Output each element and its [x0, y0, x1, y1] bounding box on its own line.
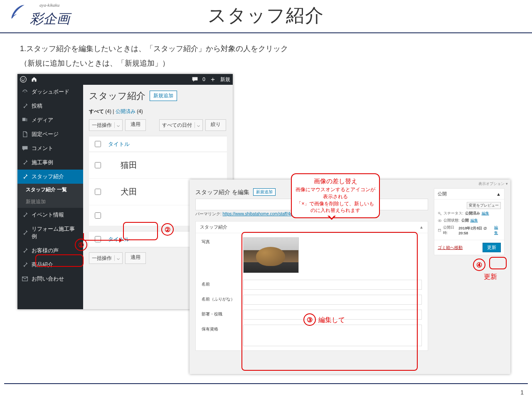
filter-all-count: (4): [105, 108, 111, 114]
publish-box: 公開 ▲ 変更をプレビュー ステータス: 公開済み 編集 公開状態: 公開: [434, 188, 505, 255]
instruction-line-1: 1.スタッフ紹介を編集したいときは、「スタッフ紹介」から対象の人をクリック: [20, 44, 288, 54]
annotation-update-label: 更新: [484, 273, 497, 281]
sidebar-item-dashboard[interactable]: ダッシュボード: [17, 85, 83, 99]
edit-date-link[interactable]: 編集: [494, 225, 501, 236]
footer-divider: [4, 383, 528, 384]
apply-button[interactable]: 適用: [125, 252, 146, 264]
field-label-furigana: 名前（ふりがな）: [202, 295, 243, 302]
feather-logo-icon: [8, 2, 27, 22]
narrow-button[interactable]: 絞り: [205, 119, 226, 131]
pin-icon: [22, 212, 28, 218]
instruction-line-2: （新規に追加したいときは、「新規追加」）: [20, 58, 170, 68]
gauge-icon: [22, 89, 28, 95]
wp-admin-bar: 0 ＋ 新規: [17, 74, 233, 85]
select-all-checkbox[interactable]: [95, 236, 101, 242]
sidebar-sub-staff-list[interactable]: スタッフ紹介 一覧: [17, 184, 83, 196]
row-checkbox[interactable]: [95, 189, 101, 195]
chevron-down-icon: ⌵: [195, 122, 200, 128]
home-icon[interactable]: [31, 76, 37, 83]
svg-point-3: [439, 220, 441, 221]
permalink-url[interactable]: https://www.shibatahome.com/staff/4u/a/: [223, 212, 297, 216]
page-number: 1: [520, 389, 524, 396]
sidebar-label: お問い合わせ: [32, 275, 64, 283]
add-new-button[interactable]: 新規追加: [150, 91, 177, 101]
svg-rect-4: [438, 229, 441, 232]
annotation-edit-label: 編集して: [318, 316, 345, 325]
preview-button[interactable]: 変更をプレビュー: [467, 202, 501, 209]
permalink-label: パーマリンク:: [195, 212, 222, 216]
wp-sidebar: ダッシュボード 投稿 メディア 固定ページ コメント 施工事例 スタッフ紹介 ス…: [17, 85, 83, 309]
sidebar-label: ダッシュボード: [32, 88, 69, 96]
filter-all[interactable]: すべて: [89, 108, 104, 114]
field-label-dept: 部署・役職: [202, 310, 243, 317]
wordpress-logo-icon[interactable]: [20, 76, 27, 83]
filter-published-count: (4): [137, 108, 143, 114]
sidebar-label: 商品紹介: [32, 261, 53, 268]
add-new-label[interactable]: 新規: [220, 76, 230, 83]
staff-metabox: スタッフ紹介 ▲ 写真 名前 名前（ふりがな）: [195, 221, 428, 351]
bulk-action-select[interactable]: 一括操作 ⌵: [89, 252, 123, 264]
name-input[interactable]: [243, 280, 422, 290]
apply-button[interactable]: 適用: [125, 119, 146, 131]
row-title[interactable]: 猫田: [121, 160, 137, 171]
edit-visibility-link[interactable]: 編集: [470, 218, 478, 223]
sidebar-sub-staff-new[interactable]: 新規追加: [17, 196, 83, 208]
field-label-qual: 保有資格: [202, 325, 243, 332]
sidebar-label: リフォーム施工事例: [32, 225, 79, 240]
sidebar-item-voices[interactable]: お客様の声: [17, 244, 83, 258]
bulk-action-label: 一括操作: [92, 255, 112, 262]
qual-textarea[interactable]: [243, 325, 422, 346]
mail-icon: [22, 276, 28, 282]
sidebar-item-posts[interactable]: 投稿: [17, 99, 83, 113]
sidebar-item-comments[interactable]: コメント: [17, 141, 83, 155]
column-title[interactable]: タイトル: [108, 236, 130, 243]
sidebar-item-works[interactable]: 施工事例: [17, 155, 83, 170]
column-title[interactable]: タイトル: [108, 140, 130, 148]
visibility-value: 公開: [461, 218, 469, 223]
sidebar-item-pages[interactable]: 固定ページ: [17, 127, 83, 141]
sidebar-item-reform[interactable]: リフォーム施工事例: [17, 222, 83, 244]
status-value: 公開済み: [465, 211, 480, 216]
bulk-action-select[interactable]: 一括操作 ⌵: [89, 119, 123, 131]
add-new-button[interactable]: 新規追加: [253, 188, 276, 196]
sidebar-item-staff[interactable]: スタッフ紹介: [17, 170, 83, 184]
plus-icon[interactable]: ＋: [209, 75, 216, 84]
page-title: スタッフ紹介: [208, 3, 324, 28]
row-checkbox[interactable]: [95, 162, 101, 168]
metabox-title: スタッフ紹介: [200, 224, 227, 230]
pin-icon: [22, 247, 28, 254]
sidebar-label: スタッフ紹介: [32, 173, 64, 180]
update-button[interactable]: 更新: [483, 243, 501, 252]
filter-published[interactable]: 公開済み: [116, 108, 135, 114]
select-all-checkbox[interactable]: [95, 141, 101, 147]
table-row[interactable]: 猫田: [89, 152, 227, 179]
date-filter-label: すべての日付: [162, 122, 192, 129]
date-value: 2018年2月8日 @ 20:58: [458, 226, 493, 235]
furigana-input[interactable]: [243, 295, 422, 305]
staff-photo[interactable]: [243, 237, 299, 273]
edit-status-link[interactable]: 編集: [482, 211, 489, 216]
date-filter-select[interactable]: すべての日付 ⌵: [159, 119, 203, 131]
media-icon: [22, 117, 28, 123]
comment-icon: [22, 145, 28, 152]
list-heading: スタッフ紹介: [89, 90, 145, 102]
sidebar-label: お客様の声: [32, 247, 59, 254]
sidebar-item-media[interactable]: メディア: [17, 113, 83, 127]
sidebar-label: メディア: [32, 116, 53, 124]
status-label: ステータス:: [443, 211, 463, 216]
collapse-icon[interactable]: ▲: [419, 225, 424, 229]
collapse-icon[interactable]: ▲: [496, 192, 501, 197]
field-label-photo: 写真: [202, 237, 243, 245]
move-to-trash-link[interactable]: ゴミ箱へ移動: [438, 245, 463, 251]
sidebar-item-events[interactable]: イベント情報: [17, 208, 83, 222]
sidebar-label: 施工事例: [32, 159, 53, 166]
sidebar-item-contact[interactable]: お問い合わせ: [17, 272, 83, 286]
callout-tail: [328, 216, 336, 224]
row-checkbox[interactable]: [95, 212, 101, 219]
comment-icon[interactable]: [192, 76, 198, 83]
screen-options[interactable]: 表示オプション ▾: [478, 181, 508, 187]
field-label-name: 名前: [202, 280, 243, 287]
sidebar-item-products[interactable]: 商品紹介: [17, 258, 83, 272]
row-title[interactable]: 犬田: [121, 186, 137, 197]
callout-image-swap: 画像の差し替え 画像にマウスオンするとアイコンが表示される 「×」で画像を削除し…: [291, 173, 380, 218]
